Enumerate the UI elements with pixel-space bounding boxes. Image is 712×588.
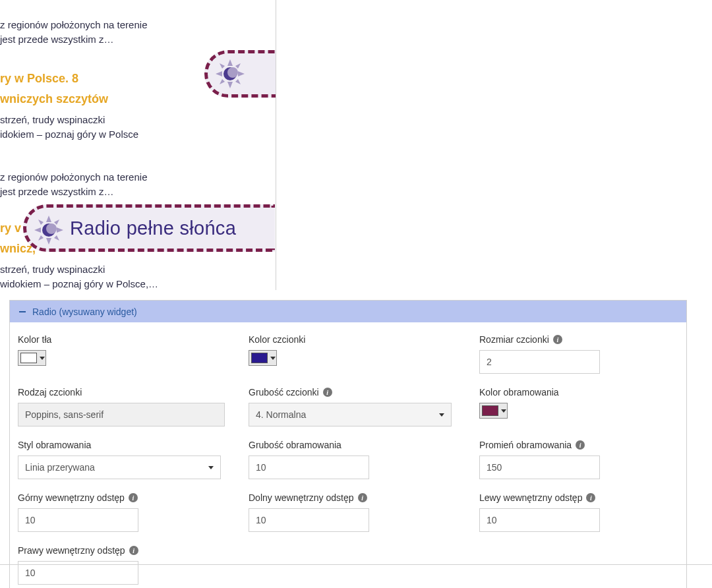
padding-bottom-input[interactable] — [249, 508, 369, 532]
svg-marker-11 — [46, 238, 51, 245]
svg-marker-4 — [220, 63, 225, 69]
info-icon[interactable]: i — [586, 493, 595, 502]
article-snippet: ry w Polsce. 8 wniczych szczytów strzeń,… — [0, 71, 138, 141]
field-label: Górny wewnętrzny odstęp i — [18, 492, 235, 503]
chevron-down-icon — [439, 413, 444, 417]
config-row: Prawy wewnętrzny odstęp i — [18, 545, 678, 585]
info-icon[interactable]: i — [323, 388, 332, 397]
chevron-down-icon — [270, 351, 276, 365]
collapse-icon — [19, 311, 26, 312]
info-icon[interactable]: i — [553, 335, 562, 344]
label-text: Rozmiar czcionki — [479, 334, 549, 345]
field-border-width: Grubość obramowania — [249, 440, 466, 479]
config-row: Górny wewnętrzny odstęp i Dolny wewnętrz… — [18, 492, 678, 532]
field-font-weight: Grubość czcionki i 4. Normalna — [249, 387, 466, 426]
article-desc-line: jest przede wszystkim z… — [0, 32, 147, 47]
color-swatch — [251, 353, 268, 363]
field-font-color: Kolor czcionki — [249, 334, 466, 374]
field-bg-color: Kolor tła — [18, 334, 235, 374]
article-desc-line: z regionów położonych na terenie — [0, 18, 147, 32]
svg-marker-17 — [54, 235, 59, 241]
config-row: Rodzaj czcionki Grubość czcionki i 4. No… — [18, 387, 678, 426]
svg-marker-7 — [235, 79, 241, 84]
article-title-line: wniczych szczytów — [0, 92, 138, 107]
article-desc-line: idokiem – poznaj góry w Polsce — [0, 127, 138, 142]
font-weight-select[interactable]: 4. Normalna — [249, 403, 452, 426]
border-style-select[interactable]: Linia przerywana — [18, 456, 221, 479]
config-row: Kolor tła Kolor czcionki Rozmiar czcionk… — [18, 334, 678, 374]
svg-marker-10 — [46, 216, 51, 222]
field-label: Grubość czcionki i — [249, 387, 466, 397]
chevron-down-icon — [208, 466, 214, 469]
svg-marker-0 — [227, 59, 233, 66]
padding-left-input[interactable] — [479, 508, 600, 532]
article-desc-line: jest przede wszystkim z… — [0, 185, 147, 199]
chevron-down-icon — [39, 351, 45, 365]
sun-moon-icon — [34, 216, 59, 241]
panel-title: Radio (wysuwany widget) — [32, 307, 137, 317]
color-swatch — [482, 405, 498, 416]
field-label: Prawy wewnętrzny odstęp i — [18, 545, 235, 556]
info-icon[interactable]: i — [576, 440, 585, 450]
svg-marker-5 — [235, 63, 241, 69]
article-desc-line: strzeń, trudy wspinaczki — [0, 262, 158, 277]
color-swatch — [20, 353, 37, 363]
info-icon[interactable]: i — [358, 493, 367, 502]
svg-point-19 — [46, 223, 57, 234]
field-label: Rozmiar czcionki i — [479, 334, 677, 345]
svg-marker-15 — [54, 220, 59, 225]
panel-body: Kolor tła Kolor czcionki Rozmiar czcionk… — [10, 322, 686, 588]
article-snippet: z regionów położonych na terenie jest pr… — [0, 18, 147, 47]
config-row: Styl obramowania Linia przerywana Gruboś… — [18, 440, 678, 479]
label-text: Lewy wewnętrzny odstęp — [479, 492, 582, 503]
article-desc-line: z regionów położonych na terenie — [0, 170, 147, 185]
select-value: Linia przerywana — [25, 462, 95, 473]
preview-area: z regionów położonych na terenie jest pr… — [0, 0, 276, 290]
border-radius-input[interactable] — [479, 456, 600, 479]
label-text: Prawy wewnętrzny odstęp — [18, 545, 125, 556]
bg-color-picker[interactable] — [18, 350, 46, 366]
padding-top-input[interactable] — [18, 508, 138, 532]
svg-marker-2 — [216, 71, 222, 76]
radio-widget-expanded[interactable]: Radio pełne słońca — [23, 204, 275, 252]
article-snippet: z regionów położonych na terenie jest pr… — [0, 170, 147, 199]
svg-marker-14 — [38, 220, 44, 225]
info-icon[interactable]: i — [129, 493, 138, 502]
field-border-color: Kolor obramowania — [479, 387, 677, 426]
field-label: Grubość obramowania — [249, 440, 466, 450]
field-font-family: Rodzaj czcionki — [18, 387, 235, 426]
field-label: Rodzaj czcionki — [18, 387, 235, 397]
field-label: Kolor obramowania — [479, 387, 677, 397]
border-color-picker[interactable] — [479, 403, 508, 419]
radio-widget-collapsed[interactable] — [204, 50, 276, 98]
divider — [0, 564, 712, 565]
field-label: Dolny wewnętrzny odstęp i — [249, 492, 466, 503]
info-icon[interactable]: i — [129, 546, 138, 555]
svg-marker-1 — [227, 82, 233, 88]
chevron-down-icon — [500, 403, 507, 418]
label-text: Dolny wewnętrzny odstęp — [249, 492, 354, 503]
article-title-line: ry w Polsce. 8 — [0, 71, 138, 86]
field-border-radius: Promień obramowania i — [479, 440, 677, 479]
field-label: Lewy wewnętrzny odstęp i — [479, 492, 677, 503]
font-family-input[interactable] — [18, 403, 225, 426]
field-padding-left: Lewy wewnętrzny odstęp i — [479, 492, 677, 532]
field-label: Styl obramowania — [18, 440, 235, 450]
field-padding-right: Prawy wewnętrzny odstęp i — [18, 545, 235, 585]
border-width-input[interactable] — [249, 456, 369, 479]
label-text: Górny wewnętrzny odstęp — [18, 492, 125, 503]
panel-header[interactable]: Radio (wysuwany widget) — [10, 301, 686, 322]
field-border-style: Styl obramowania Linia przerywana — [18, 440, 235, 479]
font-size-input[interactable] — [479, 350, 600, 374]
select-value: 4. Normalna — [256, 409, 306, 420]
field-padding-bottom: Dolny wewnętrzny odstęp i — [249, 492, 466, 532]
svg-marker-3 — [238, 71, 245, 76]
config-panel: Radio (wysuwany widget) Kolor tła Kolor … — [9, 300, 687, 588]
field-padding-top: Górny wewnętrzny odstęp i — [18, 492, 235, 532]
label-text: Grubość czcionki — [249, 387, 319, 397]
svg-point-9 — [227, 67, 238, 78]
font-color-picker[interactable] — [249, 350, 277, 366]
field-label: Promień obramowania i — [479, 440, 677, 450]
article-desc-line: widokiem – poznaj góry w Polsce,… — [0, 277, 158, 291]
svg-marker-16 — [38, 235, 44, 241]
